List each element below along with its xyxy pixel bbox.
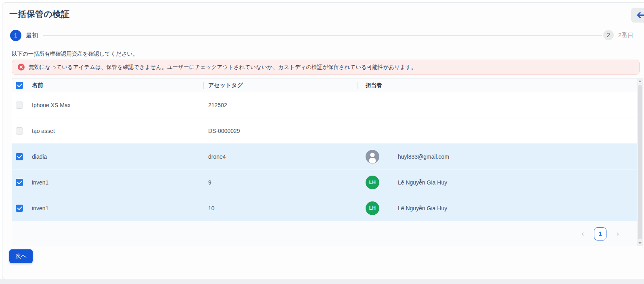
scrollbar-thumb[interactable] [638,85,642,239]
step-1-number: 1 [10,30,21,41]
table-row[interactable]: tạo asset DS-0000029 [12,118,637,144]
pagination-current-page[interactable]: 1 [594,227,606,240]
asset-tag: 10 [208,205,366,211]
scroll-down-button[interactable] [637,240,643,246]
asset-name: diadia [32,153,208,160]
asset-name: tạo asset [32,128,208,134]
row-checkbox[interactable] [16,153,23,160]
select-all-checkbox[interactable] [16,82,23,89]
page-background-strip [0,279,644,284]
avatar: LH [366,201,379,215]
table-row[interactable]: inven1 9 LH Lê Nguyễn Gia Huy [12,170,637,195]
assignee-label: huyl833@gmail.com [398,153,449,160]
row-checkbox[interactable] [16,127,23,135]
step-1[interactable]: 1 最初 [10,30,38,41]
column-divider[interactable] [203,82,204,89]
bulk-verification-card: 一括保管の検証 1 最初 2 2番目 以下の一括所有権確認用資産を確認してくださ… [2,2,644,279]
row-assignee: LH Lê Nguyễn Gia Huy [366,201,447,215]
scroll-up-button[interactable] [637,78,643,84]
asset-tag: 212502 [208,102,366,108]
table-body: Iphone XS Max 212502 tạo asset DS-000002… [12,92,637,221]
instruction-text: 以下の一括所有権確認用資産を確認してください。 [12,50,138,58]
page: 一括保管の検証 1 最初 2 2番目 以下の一括所有権確認用資産を確認してくださ… [0,0,644,284]
triangle-down-icon [638,242,642,244]
asset-tag: DS-0000029 [208,128,366,134]
column-divider[interactable] [358,82,358,89]
stepper: 1 最初 2 2番目 [2,30,644,41]
error-message: 無効になっているアイテムは、保管を確認できません。ユーザーにチェックアウトされて… [29,64,416,71]
asset-tag: drone4 [208,153,366,160]
row-assignee: huyl833@gmail.com [366,150,449,164]
row-checkbox[interactable] [16,102,23,109]
row-checkbox[interactable] [16,205,23,212]
step-2-label: 2番目 [618,31,634,39]
next-button[interactable]: 次へ [9,249,33,263]
table-row[interactable]: diadia drone4 huyl833@gmail.com [12,144,637,170]
stepper-connector [43,35,602,36]
step-1-label: 最初 [26,32,38,39]
error-circle-icon [18,64,25,70]
assignee-label: Lê Nguyễn Gia Huy [398,179,447,186]
asset-name: inven1 [32,205,208,211]
person-icon [366,150,379,164]
asset-name: inven1 [32,179,208,186]
assets-table: 名前 アセットタグ 担当者 Iphone XS Max 212502 tạo a… [12,78,643,246]
step-2-number: 2 [603,30,614,40]
row-checkbox[interactable] [16,179,23,186]
column-header-assignee: 担当者 [366,82,382,89]
arrow-left-icon [636,12,644,19]
x-icon [19,65,23,69]
table-row[interactable]: Iphone XS Max 212502 [12,92,637,118]
table-header: 名前 アセットタグ 担当者 [12,78,637,92]
assignee-label: Lê Nguyễn Gia Huy [398,205,447,211]
table-row[interactable]: inven1 10 LH Lê Nguyễn Gia Huy [12,195,637,221]
avatar [366,150,379,164]
pagination: ‹ 1 › [12,221,637,246]
pagination-prev-button[interactable]: ‹ [581,230,584,238]
pagination-next-button[interactable]: › [616,230,619,238]
back-button[interactable] [631,8,644,23]
row-assignee: LH Lê Nguyễn Gia Huy [366,176,447,189]
asset-tag: 9 [208,179,366,186]
table-scrollbar[interactable] [637,78,643,246]
asset-name: Iphone XS Max [32,102,208,108]
column-header-name: 名前 [32,82,208,89]
error-banner: 無効になっているアイテムは、保管を確認できません。ユーザーにチェックアウトされて… [12,60,640,75]
page-title: 一括保管の検証 [9,8,70,20]
column-header-asset-tag: アセットタグ [208,82,366,89]
avatar: LH [366,176,379,189]
triangle-up-icon [638,80,642,82]
step-2[interactable]: 2 2番目 [603,30,634,40]
